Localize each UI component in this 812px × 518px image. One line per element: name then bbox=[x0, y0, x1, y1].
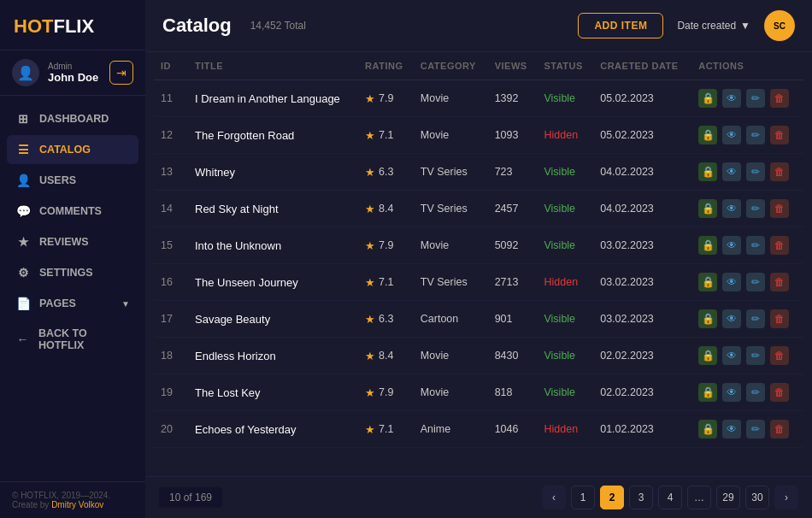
col-rating: RATING bbox=[358, 52, 414, 80]
lock-icon[interactable]: 🔒 bbox=[698, 383, 717, 402]
lock-icon[interactable]: 🔒 bbox=[698, 273, 717, 291]
page-btn-2[interactable]: 2 bbox=[600, 486, 624, 509]
eye-icon[interactable]: 👁 bbox=[722, 420, 741, 439]
cell-rating: ★ 6.3 bbox=[358, 154, 414, 191]
lock-icon[interactable]: 🔒 bbox=[698, 126, 717, 144]
cell-title: Red Sky at Night bbox=[188, 191, 358, 227]
cell-status: Visible bbox=[537, 154, 593, 191]
delete-icon[interactable]: 🗑 bbox=[770, 162, 789, 181]
cell-title: Savage Beauty bbox=[188, 301, 358, 338]
edit-icon[interactable]: ✏ bbox=[746, 309, 765, 328]
delete-icon[interactable]: 🗑 bbox=[770, 236, 789, 255]
eye-icon[interactable]: 👁 bbox=[722, 199, 741, 218]
eye-icon[interactable]: 👁 bbox=[722, 89, 741, 108]
lock-icon[interactable]: 🔒 bbox=[698, 309, 717, 328]
star-icon: ★ bbox=[365, 166, 375, 179]
credit-text: Create by Dmitry Volkov bbox=[12, 500, 133, 509]
cell-status: Visible bbox=[537, 338, 593, 374]
page-btn-4[interactable]: 4 bbox=[658, 486, 682, 509]
cell-views: 2713 bbox=[488, 264, 538, 301]
page-btn-3[interactable]: 3 bbox=[629, 486, 653, 509]
prev-page-button[interactable]: ‹ bbox=[542, 486, 566, 509]
lock-icon[interactable]: 🔒 bbox=[698, 346, 717, 365]
cell-category: Movie bbox=[414, 227, 488, 264]
next-page-button[interactable]: › bbox=[774, 486, 798, 509]
sidebar-item-catalog[interactable]: ☰ CATALOG bbox=[7, 135, 138, 164]
edit-icon[interactable]: ✏ bbox=[746, 236, 765, 255]
star-icon: ★ bbox=[365, 350, 375, 362]
lock-icon[interactable]: 🔒 bbox=[698, 89, 717, 108]
delete-icon[interactable]: 🗑 bbox=[770, 420, 789, 439]
delete-icon[interactable]: 🗑 bbox=[770, 273, 789, 291]
settings-icon: ⚙ bbox=[15, 266, 31, 280]
cell-title: The Lost Key bbox=[188, 374, 358, 411]
eye-icon[interactable]: 👁 bbox=[722, 126, 741, 144]
sidebar-item-dashboard[interactable]: ⊞ DASHBOARD bbox=[7, 104, 138, 133]
cell-category: Movie bbox=[414, 117, 488, 154]
page-btn-1[interactable]: 1 bbox=[571, 486, 595, 509]
cell-rating: ★ 8.4 bbox=[358, 191, 414, 227]
eye-icon[interactable]: 👁 bbox=[722, 309, 741, 328]
delete-icon[interactable]: 🗑 bbox=[770, 309, 789, 328]
cell-actions: 🔒 👁 ✏ 🗑 bbox=[691, 411, 803, 448]
cell-rating: ★ 8.4 bbox=[358, 338, 414, 374]
lock-icon[interactable]: 🔒 bbox=[698, 236, 717, 255]
user-panel: 👤 Admin John Doe ⇥ bbox=[0, 50, 145, 96]
eye-icon[interactable]: 👁 bbox=[722, 236, 741, 255]
page-btn-29[interactable]: 29 bbox=[716, 486, 740, 509]
sidebar-item-back[interactable]: ← BACK TO HOTFLIX bbox=[7, 320, 138, 359]
user-name: John Doe bbox=[48, 71, 98, 84]
eye-icon[interactable]: 👁 bbox=[722, 162, 741, 181]
cell-title: The Unseen Journey bbox=[188, 264, 358, 301]
logout-button[interactable]: ⇥ bbox=[109, 61, 133, 85]
lock-icon[interactable]: 🔒 bbox=[698, 420, 717, 439]
star-icon: ★ bbox=[365, 129, 375, 142]
edit-icon[interactable]: ✏ bbox=[746, 346, 765, 365]
delete-icon[interactable]: 🗑 bbox=[770, 199, 789, 218]
cell-id: 16 bbox=[154, 264, 188, 301]
cell-views: 818 bbox=[488, 374, 538, 411]
sidebar-item-reviews[interactable]: ★ REVIEWS bbox=[7, 227, 138, 256]
edit-icon[interactable]: ✏ bbox=[746, 199, 765, 218]
star-icon: ★ bbox=[365, 239, 375, 252]
table-row: 17 Savage Beauty ★ 6.3 Cartoon 901 Visib… bbox=[154, 301, 803, 338]
add-item-button[interactable]: ADD ITEM bbox=[578, 13, 663, 38]
cell-rating: ★ 7.1 bbox=[358, 411, 414, 448]
edit-icon[interactable]: ✏ bbox=[746, 273, 765, 291]
cell-id: 14 bbox=[154, 191, 188, 227]
sidebar-item-pages[interactable]: 📄 PAGES ▼ bbox=[7, 289, 138, 318]
edit-icon[interactable]: ✏ bbox=[746, 420, 765, 439]
edit-icon[interactable]: ✏ bbox=[746, 383, 765, 402]
sidebar-item-comments[interactable]: 💬 COMMENTS bbox=[7, 197, 138, 226]
delete-icon[interactable]: 🗑 bbox=[770, 89, 789, 108]
cell-actions: 🔒 👁 ✏ 🗑 bbox=[691, 301, 803, 338]
delete-icon[interactable]: 🗑 bbox=[770, 346, 789, 365]
table-row: 12 The Forgotten Road ★ 7.1 Movie 1093 H… bbox=[154, 117, 803, 154]
cell-status: Hidden bbox=[537, 264, 593, 301]
sidebar-item-settings[interactable]: ⚙ SETTINGS bbox=[7, 258, 138, 287]
edit-icon[interactable]: ✏ bbox=[746, 126, 765, 144]
cell-actions: 🔒 👁 ✏ 🗑 bbox=[691, 264, 803, 301]
lock-icon[interactable]: 🔒 bbox=[698, 199, 717, 218]
cell-status: Visible bbox=[537, 227, 593, 264]
cell-views: 2457 bbox=[488, 191, 538, 227]
cell-id: 19 bbox=[154, 374, 188, 411]
sidebar-item-users[interactable]: 👤 USERS bbox=[7, 166, 138, 195]
eye-icon[interactable]: 👁 bbox=[722, 383, 741, 402]
lock-icon[interactable]: 🔒 bbox=[698, 162, 717, 181]
eye-icon[interactable]: 👁 bbox=[722, 346, 741, 365]
cell-category: TV Series bbox=[414, 154, 488, 191]
delete-icon[interactable]: 🗑 bbox=[770, 126, 789, 144]
cell-rating: ★ 7.1 bbox=[358, 264, 414, 301]
page-btn-30[interactable]: 30 bbox=[745, 486, 769, 509]
eye-icon[interactable]: 👁 bbox=[722, 273, 741, 291]
sidebar-item-label: USERS bbox=[39, 174, 76, 186]
cell-actions: 🔒 👁 ✏ 🗑 bbox=[691, 374, 803, 411]
delete-icon[interactable]: 🗑 bbox=[770, 383, 789, 402]
cell-id: 15 bbox=[154, 227, 188, 264]
date-sort-button[interactable]: Date created ▼ bbox=[677, 20, 750, 32]
logo-hot: HOT bbox=[14, 15, 53, 37]
author-link[interactable]: Dmitry Volkov bbox=[51, 500, 103, 509]
edit-icon[interactable]: ✏ bbox=[746, 89, 765, 108]
edit-icon[interactable]: ✏ bbox=[746, 162, 765, 181]
